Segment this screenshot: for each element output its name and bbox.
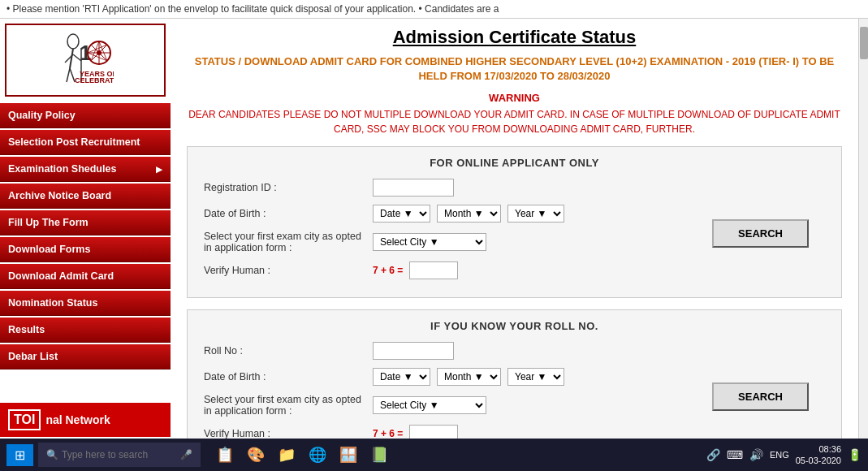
sidebar-item-archive-notice-board[interactable]: Archive Notice Board	[0, 184, 171, 209]
captcha2-expression: 7 + 6 =	[373, 428, 403, 439]
section1-header: FOR ONLINE APPLICANT ONLY	[204, 157, 825, 169]
toi-label: nal Network	[45, 413, 110, 426]
sidebar-item-label: Download Forms	[8, 244, 90, 255]
city1-select[interactable]: Select City ▼	[373, 233, 486, 251]
form-row-city2: Select your first exam city as opted in …	[204, 394, 688, 417]
captcha1-input[interactable]	[409, 261, 458, 279]
search-button-1[interactable]: SEARCH	[712, 219, 809, 248]
ticker-bar: • Please mention 'RTI Application' on th…	[0, 0, 868, 19]
chevron-right-icon: ▶	[156, 165, 162, 174]
form-row-captcha1: Verify Human : 7 + 6 =	[204, 261, 688, 279]
dob1-year-select[interactable]: Year ▼	[507, 205, 564, 223]
taskbar-icon-excel[interactable]: 📗	[368, 443, 391, 466]
form-row-city1: Select your first exam city as opted in …	[204, 231, 688, 253]
scroll-thumb[interactable]	[860, 27, 868, 59]
ticker-text: • Please mention 'RTI Application' on th…	[6, 3, 499, 15]
sidebar-item-label: Selection Post Recruitment	[8, 136, 140, 148]
sidebar-item-label: Download Admit Card	[8, 270, 114, 282]
sidebar-nav: Quality Policy Selection Post Recruitmen…	[0, 102, 171, 439]
search-btn-area-1: SEARCH	[696, 179, 825, 287]
dob1-month-select[interactable]: Month ▼	[437, 205, 501, 223]
dob2-month-select[interactable]: Month ▼	[437, 368, 501, 386]
taskbar-icon-files[interactable]: 📋	[214, 443, 236, 466]
form-section-online: FOR ONLINE APPLICANT ONLY Registration I…	[187, 146, 842, 298]
start-button[interactable]: ⊞	[6, 444, 33, 466]
svg-line-1	[70, 49, 73, 68]
sidebar-item-label: Nomination Status	[8, 297, 97, 309]
taskbar-icon-chrome[interactable]: 🌐	[306, 443, 329, 466]
dob1-label: Date of Birth :	[204, 208, 366, 219]
form-row-rollno: Roll No :	[204, 342, 688, 360]
sidebar-toi-banner[interactable]: TOI nal Network	[0, 403, 171, 437]
sidebar-item-label: Examination Shedules	[8, 163, 116, 175]
sidebar-item-nomination-status[interactable]: Nomination Status	[0, 291, 171, 316]
form-row-captcha2: Verify Human : 7 + 6 =	[204, 425, 688, 439]
taskbar-clock: 08:36 05-03-2020	[796, 443, 841, 467]
sidebar-item-selection-post[interactable]: Selection Post Recruitment	[0, 130, 171, 155]
captcha1-label: Verify Human :	[204, 265, 366, 276]
city2-select[interactable]: Select City ▼	[373, 396, 486, 414]
form-row-dob1: Date of Birth : Date ▼ Month ▼ Year ▼	[204, 205, 688, 223]
rollno-label: Roll No :	[204, 345, 366, 356]
content-area: Admission Certificate Status STATUS / DO…	[171, 19, 858, 439]
captcha1-expression: 7 + 6 =	[373, 265, 403, 276]
network-icon: 🔗	[706, 448, 720, 461]
taskbar: ⊞ 🔍 🎤 📋 🎨 📁 🌐 🪟 📗 🔗 ⌨ 🔊 ENG 08:36 05-03-…	[0, 439, 868, 471]
sidebar-item-label: Fill Up The Form	[8, 217, 89, 228]
form-row-reg-id: Registration ID :	[204, 179, 688, 197]
sidebar-logo: 1 YEARS OF CELEBRATING	[5, 24, 166, 97]
battery-icon: 🔋	[848, 448, 862, 461]
form-row-dob2: Date of Birth : Date ▼ Month ▼ Year ▼	[204, 368, 688, 386]
sidebar-item-quality-policy[interactable]: Quality Policy	[0, 103, 171, 128]
sidebar-item-download-forms[interactable]: Download Forms	[0, 237, 171, 262]
section2-header: IF YOU KNOW YOUR ROLL NO.	[204, 320, 825, 332]
captcha2-label: Verify Human :	[204, 428, 366, 439]
taskbar-time-display: 08:36	[796, 443, 841, 455]
svg-text:CELEBRATING: CELEBRATING	[75, 76, 114, 84]
toi-badge: TOI	[8, 409, 41, 430]
logo-svg: 1 YEARS OF CELEBRATING	[57, 32, 114, 89]
captcha2-input[interactable]	[409, 425, 458, 439]
keyboard-icon: ⌨	[727, 448, 743, 461]
svg-line-4	[67, 68, 70, 82]
taskbar-search-input[interactable]	[62, 449, 175, 460]
dob2-year-select[interactable]: Year ▼	[507, 368, 564, 386]
reg-id-input[interactable]	[373, 179, 454, 197]
sidebar-item-debar-list[interactable]: Debar List	[0, 344, 171, 369]
page-title: Admission Certificate Status	[187, 27, 842, 48]
taskbar-date-display: 05-03-2020	[796, 455, 841, 466]
sidebar-item-label: Archive Notice Board	[8, 190, 111, 201]
sidebar: 1 YEARS OF CELEBRATING	[0, 19, 171, 439]
sidebar-item-examination-schedules[interactable]: Examination Shedules ▶	[0, 157, 171, 182]
search-icon: 🔍	[46, 449, 58, 460]
dob1-date-select[interactable]: Date ▼	[373, 205, 430, 223]
scrollbar[interactable]	[858, 19, 868, 439]
svg-point-0	[67, 34, 79, 49]
warning-title: WARNING	[187, 92, 842, 104]
sidebar-item-label: Debar List	[8, 351, 58, 362]
city2-label: Select your first exam city as opted in …	[204, 394, 366, 417]
sidebar-item-fill-up-form[interactable]: Fill Up The Form	[0, 210, 171, 236]
taskbar-right: 🔗 ⌨ 🔊 ENG 08:36 05-03-2020 🔋	[706, 443, 862, 467]
taskbar-icon-windows[interactable]: 🪟	[337, 443, 360, 466]
taskbar-search-box[interactable]: 🔍 🎤	[38, 443, 201, 467]
taskbar-icon-paint[interactable]: 🎨	[244, 443, 267, 466]
volume-icon: 🔊	[749, 448, 763, 461]
dob2-label: Date of Birth :	[204, 371, 366, 382]
sidebar-item-download-admit-card[interactable]: Download Admit Card	[0, 264, 171, 289]
sidebar-item-results[interactable]: Results	[0, 318, 171, 343]
reg-id-label: Registration ID :	[204, 182, 366, 193]
taskbar-icon-folder[interactable]: 📁	[275, 443, 298, 466]
rollno-input[interactable]	[373, 342, 454, 360]
sidebar-item-label: Results	[8, 324, 45, 335]
dob2-date-select[interactable]: Date ▼	[373, 368, 430, 386]
taskbar-app-icons: 📋 🎨 📁 🌐 🪟 📗	[214, 443, 391, 466]
search-btn-area-2: SEARCH	[696, 342, 825, 439]
language-label: ENG	[770, 450, 789, 460]
search-button-2[interactable]: SEARCH	[712, 382, 809, 411]
windows-icon: ⊞	[15, 447, 25, 463]
form-section-rollno: IF YOU KNOW YOUR ROLL NO. Roll No : Date…	[187, 309, 842, 439]
city1-label: Select your first exam city as opted in …	[204, 231, 366, 253]
exam-subtitle: STATUS / DOWNLOAD ADMIT CARD FOR COMBINE…	[187, 54, 842, 84]
sidebar-item-label: Quality Policy	[8, 110, 76, 121]
